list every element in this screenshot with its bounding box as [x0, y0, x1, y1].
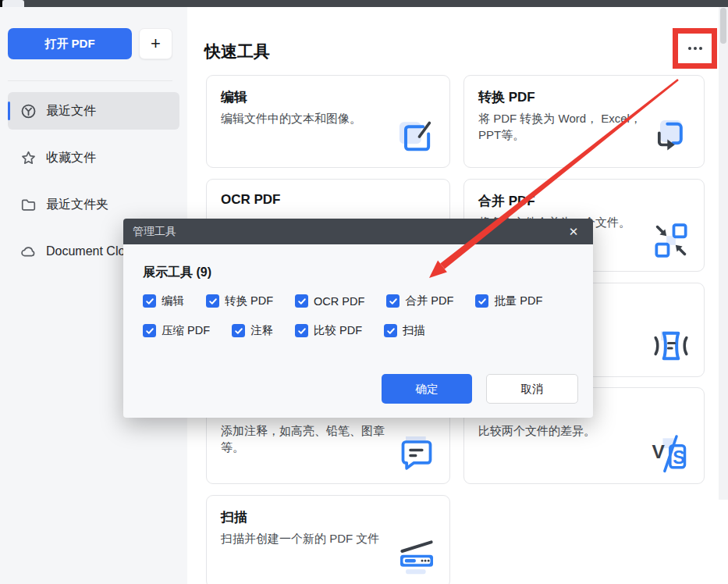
tool-checkbox[interactable]: 转换 PDF [206, 294, 273, 308]
scrollbar[interactable] [719, 7, 728, 500]
tool-checkbox[interactable]: 注释 [232, 323, 273, 338]
ellipsis-icon[interactable] [694, 47, 697, 50]
close-icon[interactable]: ✕ [565, 223, 582, 240]
card-description: 添加注释，如高亮、铅笔、图章等。 [221, 422, 391, 455]
manage-tools-dialog: 管理工具 ✕ 展示工具 (9) 编辑转换 PDFOCR PDF合并 PDF批量 … [123, 219, 593, 418]
scan-icon [395, 535, 439, 579]
open-pdf-button[interactable]: 打开 PDF [8, 28, 132, 59]
clock-icon [20, 103, 37, 119]
card-title: 合并 PDF [478, 192, 535, 210]
checked-checkbox-icon[interactable] [143, 294, 156, 308]
checkbox-label: 比较 PDF [314, 323, 362, 338]
scrollbar-thumb[interactable] [720, 8, 726, 44]
merge-icon [649, 219, 693, 262]
sidebar-item[interactable]: 最近文件 [8, 92, 179, 130]
sidebar-item-label: 收藏文件 [46, 150, 96, 166]
sidebar-item[interactable]: 最近文件夹 [8, 186, 179, 223]
sidebar-item-label: 最近文件 [46, 103, 96, 119]
comment-icon [395, 431, 439, 475]
checkbox-label: 合并 PDF [405, 294, 453, 308]
checked-checkbox-icon[interactable] [295, 294, 308, 308]
annotation-highlight-box [673, 28, 717, 69]
tool-card[interactable]: 扫描扫描并创建一个新的 PDF 文件 [206, 495, 450, 584]
tool-checkbox[interactable]: 编辑 [143, 294, 184, 308]
app-window: 打开 PDF + 最近文件收藏文件最近文件夹Document Cloud 快速工… [0, 0, 728, 584]
window-corner [0, 0, 2, 7]
tool-checkbox[interactable]: 扫描 [384, 323, 425, 338]
checked-checkbox-icon[interactable] [475, 294, 488, 308]
page-title: 快速工具 [204, 41, 270, 62]
checked-checkbox-icon[interactable] [384, 324, 397, 337]
checked-checkbox-icon[interactable] [295, 324, 308, 337]
checkbox-label: OCR PDF [314, 295, 364, 308]
cancel-button[interactable]: 取消 [486, 374, 578, 404]
tool-checkbox[interactable]: 比较 PDF [295, 323, 362, 338]
card-title: OCR PDF [221, 192, 281, 208]
checkbox-label: 编辑 [162, 294, 184, 308]
svg-text:S: S [673, 447, 685, 468]
folder-icon [20, 197, 37, 213]
convert-icon [649, 115, 693, 158]
sidebar-item-label: 最近文件夹 [46, 197, 108, 213]
checkbox-label: 压缩 PDF [162, 323, 210, 338]
compress-icon [649, 324, 693, 368]
star-icon [20, 150, 37, 166]
tools-checkbox-row-2: 压缩 PDF注释比较 PDF扫描 [143, 323, 425, 338]
add-file-button[interactable]: + [139, 28, 172, 59]
checkbox-label: 扫描 [403, 323, 425, 338]
selected-accent-bar [8, 101, 10, 120]
tool-checkbox[interactable]: 压缩 PDF [143, 323, 210, 338]
window-tab [2, 0, 24, 7]
tool-checkbox[interactable]: 合并 PDF [386, 294, 453, 308]
ok-button[interactable]: 确定 [382, 374, 472, 404]
cloud-icon [20, 244, 37, 260]
card-description: 将 PDF 转换为 Word， Excel， PPT等。 [478, 110, 666, 143]
card-title: 转换 PDF [478, 88, 535, 106]
window-title-bar [0, 0, 728, 7]
sidebar-item[interactable]: 收藏文件 [8, 139, 179, 176]
checked-checkbox-icon[interactable] [232, 324, 245, 337]
card-title: 编辑 [221, 88, 247, 106]
tool-card[interactable]: 转换 PDF将 PDF 转换为 Word， Excel， PPT等。 [463, 75, 705, 168]
card-title: 扫描 [221, 508, 247, 526]
checkbox-label: 转换 PDF [225, 294, 273, 308]
checkbox-label: 注释 [250, 323, 273, 338]
edit-icon [395, 115, 439, 158]
dialog-section-title: 展示工具 (9) [143, 265, 211, 281]
tool-checkbox[interactable]: OCR PDF [295, 294, 364, 308]
tool-card[interactable]: 编辑编辑文件中的文本和图像。 [206, 75, 450, 168]
dialog-title: 管理工具 [133, 225, 176, 239]
tool-checkbox[interactable]: 批量 PDF [475, 294, 542, 308]
checkbox-label: 批量 PDF [494, 294, 542, 308]
svg-text:V: V [652, 441, 666, 462]
tools-checkbox-row-1: 编辑转换 PDFOCR PDF合并 PDF批量 PDF [143, 294, 542, 308]
checked-checkbox-icon[interactable] [386, 294, 400, 308]
checked-checkbox-icon[interactable] [143, 324, 156, 337]
dialog-header: 管理工具 ✕ [123, 219, 593, 244]
compare-icon: VS [649, 431, 693, 475]
sidebar-divider [8, 80, 172, 81]
checked-checkbox-icon[interactable] [206, 294, 219, 308]
